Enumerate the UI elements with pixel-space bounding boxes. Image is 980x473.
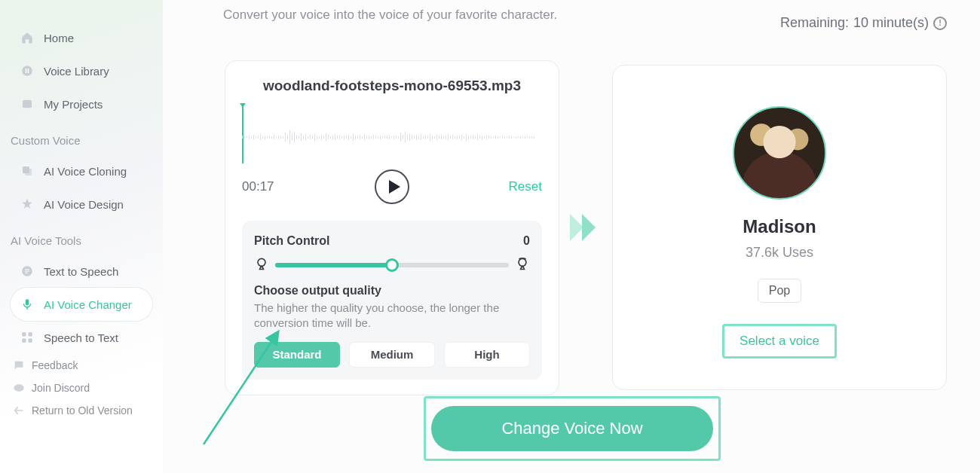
play-button[interactable]	[375, 169, 409, 204]
sidebar-item-ai-voice-design[interactable]: AI Voice Design	[11, 188, 152, 221]
sidebar-item-voice-library[interactable]: Voice Library	[11, 54, 152, 87]
sidebar-item-label: Speech to Text	[44, 331, 118, 344]
home-icon	[20, 30, 35, 45]
voice-avatar	[733, 106, 826, 200]
select-voice-button[interactable]: Select a voice	[722, 324, 837, 359]
svg-rect-1	[26, 69, 27, 73]
library-icon	[20, 63, 35, 78]
svg-point-13	[258, 258, 265, 266]
tts-icon	[20, 264, 35, 279]
remaining-value: 10 minute(s)	[853, 15, 929, 31]
sidebar: Home Voice Library My Projects Custom Vo…	[0, 0, 163, 473]
svg-rect-7	[26, 299, 29, 305]
stt-icon	[20, 330, 35, 345]
sidebar-item-ai-voice-cloning[interactable]: AI Voice Cloning	[11, 154, 152, 188]
svg-rect-8	[22, 332, 26, 336]
svg-rect-10	[22, 339, 26, 343]
sidebar-section-ai-voice-tools: AI Voice Tools	[11, 221, 152, 255]
pitch-slider[interactable]	[254, 258, 530, 272]
discord-icon	[12, 381, 26, 395]
sidebar-item-text-to-speech[interactable]: Text to Speech	[11, 255, 152, 288]
source-audio-card: woodland-footsteps-mono-69553.mp3 00:17 …	[225, 60, 559, 395]
pitch-value: 0	[523, 234, 530, 248]
output-quality-options: Standard Medium High	[254, 342, 530, 368]
svg-point-14	[519, 258, 526, 266]
svg-point-0	[22, 66, 32, 76]
sidebar-item-join-discord[interactable]: Join Discord	[11, 377, 152, 399]
sidebar-item-label: Return to Old Version	[32, 404, 133, 417]
quality-standard[interactable]: Standard	[254, 342, 340, 368]
svg-rect-5	[25, 169, 32, 175]
sidebar-item-label: Home	[44, 32, 74, 44]
sidebar-item-label: Voice Library	[44, 65, 109, 78]
playback-time: 00:17	[242, 179, 302, 194]
settings-panel: Pitch Control 0 Choose output qualit	[242, 221, 542, 380]
sidebar-item-home[interactable]: Home	[11, 21, 152, 54]
flow-arrow-icon	[559, 212, 612, 243]
svg-rect-3	[23, 100, 32, 108]
sidebar-item-label: AI Voice Cloning	[44, 165, 127, 178]
sidebar-item-speech-to-text[interactable]: Speech to Text	[11, 321, 152, 354]
mic-icon	[20, 297, 35, 312]
svg-rect-2	[28, 69, 29, 73]
sidebar-item-label: Text to Speech	[44, 265, 118, 278]
sidebar-item-label: Join Discord	[32, 382, 90, 394]
target-voice-card: Madison 37.6k Uses Pop Select a voice	[612, 65, 947, 390]
remaining-indicator: Remaining: 10 minute(s)	[780, 15, 947, 31]
svg-point-12	[14, 384, 23, 391]
sidebar-item-label: Feedback	[32, 359, 78, 371]
feedback-icon	[12, 359, 26, 372]
voice-name: Madison	[743, 216, 816, 237]
waveform[interactable]	[242, 105, 542, 166]
remaining-label: Remaining:	[780, 15, 849, 31]
sidebar-item-label: AI Voice Changer	[44, 298, 132, 311]
sidebar-item-label: My Projects	[44, 98, 103, 111]
cta-highlight: Change Voice Now	[424, 396, 721, 461]
output-quality-title: Choose output quality	[254, 284, 530, 298]
reset-button[interactable]: Reset	[482, 179, 542, 194]
quality-high[interactable]: High	[444, 342, 530, 368]
pitch-title: Pitch Control	[254, 234, 329, 248]
voice-uses: 37.6k Uses	[746, 245, 813, 261]
pitch-slider-thumb[interactable]	[385, 258, 399, 272]
pitch-low-icon	[254, 256, 269, 274]
sidebar-item-label: AI Voice Design	[44, 198, 124, 211]
voice-tag: Pop	[758, 279, 801, 303]
source-filename: woodland-footsteps-mono-69553.mp3	[242, 78, 542, 94]
output-quality-desc: The higher the quality you choose, the l…	[254, 301, 530, 331]
quality-medium[interactable]: Medium	[349, 342, 435, 368]
svg-rect-9	[29, 332, 32, 336]
return-icon	[12, 404, 26, 417]
info-icon[interactable]	[933, 17, 947, 30]
svg-rect-11	[29, 339, 32, 343]
pitch-high-icon	[515, 256, 530, 274]
waveform-bars	[242, 127, 542, 147]
projects-icon	[20, 96, 35, 111]
sidebar-item-feedback[interactable]: Feedback	[11, 354, 152, 377]
clone-icon	[20, 163, 35, 179]
sidebar-item-ai-voice-changer[interactable]: AI Voice Changer	[11, 288, 152, 321]
design-icon	[20, 197, 35, 212]
change-voice-button[interactable]: Change Voice Now	[431, 406, 713, 451]
sidebar-item-my-projects[interactable]: My Projects	[11, 87, 152, 121]
sidebar-section-custom-voice: Custom Voice	[11, 121, 152, 154]
sidebar-item-return-old-version[interactable]: Return to Old Version	[11, 399, 152, 422]
main: Convert your voice into the voice of you…	[163, 0, 980, 473]
